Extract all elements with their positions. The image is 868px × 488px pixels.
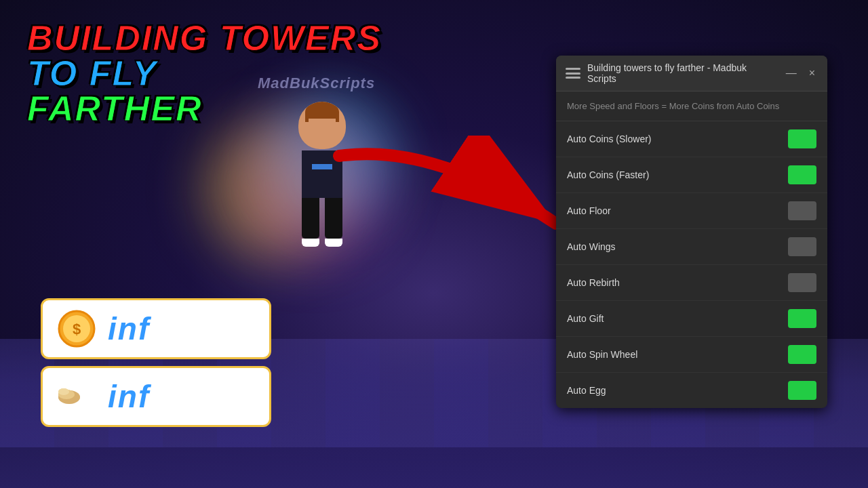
menu-bar-2 — [566, 73, 580, 75]
toggle-auto-rebirth[interactable] — [788, 273, 816, 292]
wing-svg — [57, 377, 96, 416]
panel-item-auto-spin-wheel: Auto Spin Wheel — [556, 337, 827, 373]
panel-item-auto-rebirth: Auto Rebirth — [556, 265, 827, 301]
item-label-auto-floor: Auto Floor — [567, 205, 611, 216]
script-panel: Building towers to fly farther - Madbuk … — [556, 56, 827, 408]
stats-area: $ inf inf — [41, 298, 271, 427]
close-button[interactable]: × — [806, 67, 818, 79]
toggle-auto-wings[interactable] — [788, 237, 816, 256]
panel-item-auto-wings: Auto Wings — [556, 229, 827, 265]
title-line3: FARTHER — [27, 91, 382, 126]
panel-description: More Speed and Floors = More Coins from … — [556, 92, 827, 121]
menu-icon — [566, 68, 580, 79]
character-right-foot — [325, 239, 342, 247]
character-shirt-stripe — [312, 164, 332, 169]
toggle-auto-coins-slower[interactable] — [788, 129, 816, 148]
item-label-auto-coins-slower: Auto Coins (Slower) — [567, 134, 652, 144]
menu-bar-3 — [566, 77, 580, 79]
toggle-auto-egg[interactable] — [788, 381, 816, 400]
minimize-button[interactable]: — — [783, 67, 800, 79]
item-label-auto-coins-faster: Auto Coins (Faster) — [567, 169, 649, 180]
title-line1: BUILDING TOWERS — [27, 20, 382, 56]
panel-item-auto-coins-slower: Auto Coins (Slower) — [556, 121, 827, 157]
toggle-auto-floor[interactable] — [788, 201, 816, 220]
panel-item-auto-gift: Auto Gift — [556, 301, 827, 337]
coin-icon: $ — [56, 308, 97, 349]
wings-stat-box: inf — [41, 366, 271, 427]
title-area: BUILDING TOWERS TO FLY FARTHER — [27, 20, 382, 126]
menu-bar-1 — [566, 68, 580, 70]
svg-point-9 — [58, 388, 69, 395]
toggle-auto-coins-faster[interactable] — [788, 165, 816, 184]
panel-header: Building towers to fly farther - Madbuk … — [556, 56, 827, 92]
character-left-leg — [302, 198, 319, 239]
coins-value: inf — [108, 310, 150, 347]
panel-item-auto-coins-faster: Auto Coins (Faster) — [556, 157, 827, 193]
item-label-auto-egg: Auto Egg — [567, 385, 606, 396]
panel-title: Building towers to fly farther - Madbuk … — [587, 62, 776, 84]
coins-stat-box: $ inf — [41, 298, 271, 359]
character-legs — [302, 198, 342, 239]
coin-svg: $ — [57, 309, 96, 348]
toggle-auto-gift[interactable] — [788, 309, 816, 328]
item-label-auto-spin-wheel: Auto Spin Wheel — [567, 349, 637, 360]
panel-item-auto-egg: Auto Egg — [556, 373, 827, 408]
wing-icon — [56, 376, 97, 417]
character-left-foot — [302, 239, 319, 247]
panel-item-auto-floor: Auto Floor — [556, 193, 827, 229]
character-torso — [302, 150, 342, 198]
toggle-auto-spin-wheel[interactable] — [788, 345, 816, 364]
wings-value: inf — [108, 378, 150, 415]
item-label-auto-gift: Auto Gift — [567, 313, 604, 324]
svg-text:$: $ — [73, 321, 81, 338]
character-right-leg — [325, 198, 342, 239]
panel-items-list: Auto Coins (Slower)Auto Coins (Faster)Au… — [556, 121, 827, 408]
character-feet — [302, 239, 342, 247]
item-label-auto-wings: Auto Wings — [567, 241, 616, 252]
item-label-auto-rebirth: Auto Rebirth — [567, 277, 620, 288]
title-line2: TO FLY — [27, 56, 382, 91]
